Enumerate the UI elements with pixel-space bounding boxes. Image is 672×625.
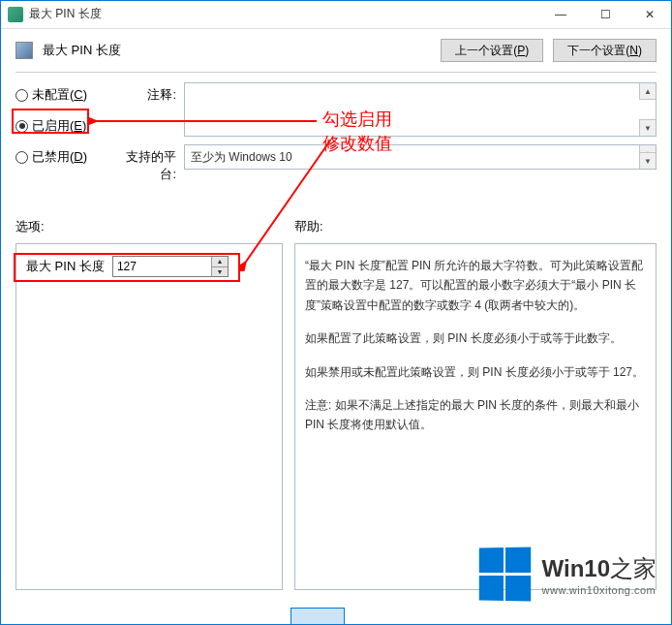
prev-setting-button[interactable]: 上一个设置(P)	[441, 39, 543, 62]
platform-row: 支持的平台: 至少为 Windows 10 ▲ ▼	[120, 144, 657, 183]
scroll-up-icon[interactable]: ▲	[639, 83, 656, 100]
spinner-down-icon[interactable]: ▼	[212, 267, 228, 277]
section-labels: 选项: 帮助:	[0, 191, 672, 239]
radio-enabled-label: 已启用(E)	[32, 117, 86, 135]
options-panel: 最大 PIN 长度 ▲ ▼	[15, 243, 283, 590]
radio-circle-icon	[15, 120, 28, 133]
radio-circle-icon	[15, 89, 28, 102]
platform-textbox: 至少为 Windows 10 ▲ ▼	[184, 144, 657, 170]
radio-not-configured-label: 未配置(C)	[32, 86, 87, 104]
page-title: 最大 PIN 长度	[43, 42, 431, 59]
windows-logo-icon	[478, 547, 532, 602]
scroll-down-icon[interactable]: ▼	[639, 152, 656, 169]
header-row: 最大 PIN 长度 上一个设置(P) 下一个设置(N)	[0, 29, 672, 68]
radio-disabled-label: 已禁用(D)	[32, 148, 87, 166]
help-panel: “最大 PIN 长度”配置 PIN 所允许的最大字符数。可为此策略设置配置的最大…	[294, 243, 657, 590]
watermark: Win10之家 www.win10xitong.com	[478, 547, 657, 602]
help-paragraph: 如果禁用或未配置此策略设置，则 PIN 长度必须小于或等于 127。	[305, 362, 646, 382]
bottom-partial-button[interactable]	[290, 608, 345, 625]
max-pin-spinner[interactable]: ▲ ▼	[112, 256, 229, 277]
upper-zone: 未配置(C) 已启用(E) 已禁用(D) 注释: ▲ ▼ 支持的平台: 至少为 …	[0, 73, 672, 191]
lower-zone: 最大 PIN 长度 ▲ ▼ “最大 PIN 长度”配置 PIN 所允许的最大字符…	[0, 239, 672, 590]
maximize-button[interactable]: ☐	[583, 0, 627, 29]
prev-setting-label: 上一个设置(P)	[455, 43, 529, 59]
platform-label: 支持的平台:	[120, 144, 184, 183]
minimize-button[interactable]: —	[538, 0, 583, 29]
watermark-url: www.win10xitong.com	[542, 584, 657, 596]
scroll-down-icon[interactable]: ▼	[639, 119, 656, 136]
radio-not-configured[interactable]: 未配置(C)	[15, 86, 108, 104]
fields-column: 注释: ▲ ▼ 支持的平台: 至少为 Windows 10 ▲ ▼	[120, 82, 657, 191]
window-title: 最大 PIN 长度	[29, 6, 538, 22]
comment-row: 注释: ▲ ▼	[120, 82, 657, 137]
options-section-label: 选项:	[15, 218, 283, 235]
comment-label: 注释:	[120, 82, 184, 137]
help-paragraph: 如果配置了此策略设置，则 PIN 长度必须小于或等于此数字。	[305, 328, 646, 348]
spinner-buttons: ▲ ▼	[211, 257, 228, 276]
close-button[interactable]: ✕	[627, 0, 672, 29]
window-controls: — ☐ ✕	[538, 0, 672, 29]
max-pin-row: 最大 PIN 长度 ▲ ▼	[26, 256, 272, 277]
help-paragraph: 注意: 如果不满足上述指定的最大 PIN 长度的条件，则最大和最小 PIN 长度…	[305, 395, 646, 435]
watermark-brand: Win10之家	[542, 553, 657, 584]
radio-enabled[interactable]: 已启用(E)	[15, 117, 108, 135]
next-setting-label: 下一个设置(N)	[567, 43, 642, 59]
radio-circle-icon	[15, 151, 28, 164]
platform-value: 至少为 Windows 10	[191, 149, 292, 166]
watermark-text: Win10之家 www.win10xitong.com	[542, 553, 657, 596]
max-pin-label: 最大 PIN 长度	[26, 258, 105, 275]
titlebar: 最大 PIN 长度 — ☐ ✕	[0, 0, 672, 29]
max-pin-input[interactable]	[113, 257, 211, 276]
help-section-label: 帮助:	[294, 218, 657, 235]
next-setting-button[interactable]: 下一个设置(N)	[553, 39, 657, 62]
spinner-up-icon[interactable]: ▲	[212, 257, 228, 267]
policy-header-icon	[15, 42, 33, 59]
radio-disabled[interactable]: 已禁用(D)	[15, 148, 108, 166]
help-paragraph: “最大 PIN 长度”配置 PIN 所允许的最大字符数。可为此策略设置配置的最大…	[305, 256, 646, 315]
radio-group: 未配置(C) 已启用(E) 已禁用(D)	[15, 82, 108, 191]
policy-icon	[8, 7, 23, 22]
radio-dot-icon	[19, 123, 25, 129]
comment-textarea[interactable]: ▲ ▼	[184, 82, 657, 137]
